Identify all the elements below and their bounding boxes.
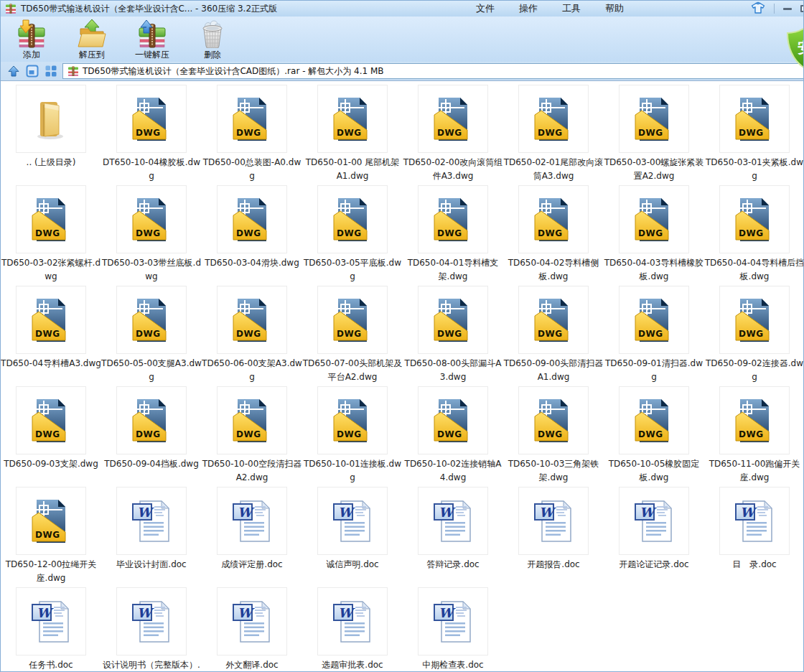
dwg-file-icon	[28, 197, 74, 243]
file-tile[interactable]: TD650-03-01夹紧板.dwg	[704, 85, 803, 185]
file-name-label: 诚信声明.doc	[302, 558, 403, 571]
file-tile[interactable]: 开题报告.doc	[503, 487, 604, 587]
minimize-button[interactable]	[783, 8, 792, 10]
menu-operation[interactable]: 操作	[519, 2, 538, 15]
delete-button[interactable]: 删除	[189, 19, 236, 61]
doc-file-icon	[128, 599, 174, 645]
file-tile[interactable]: TD650-03-04滑块.dwg	[202, 185, 302, 286]
file-name-label: TD650-10-00空段清扫器A2.dwg	[202, 457, 302, 485]
file-tile[interactable]: 成绩评定册.doc	[202, 487, 302, 587]
dwg-file-icon	[229, 297, 275, 343]
file-icon-box	[217, 386, 287, 454]
file-tile[interactable]: 毕业设计封面.doc	[101, 487, 202, 587]
menu-file[interactable]: 文件	[476, 2, 495, 15]
file-tile[interactable]: TD650-04-02导料槽侧板.dwg	[503, 185, 604, 286]
doc-file-icon	[128, 498, 174, 544]
file-tile[interactable]: 诚信声明.doc	[302, 487, 403, 587]
file-tile[interactable]: TD650-03-03带丝底板.dwg	[101, 185, 202, 286]
file-icon-box	[217, 85, 287, 153]
file-name-label: TD650-03-01夹紧板.dwg	[704, 156, 803, 183]
file-tile[interactable]: TD650-10-00空段清扫器A2.dwg	[202, 386, 302, 487]
menu-tools[interactable]: 工具	[562, 2, 581, 15]
file-tile[interactable]: 目 录.doc	[704, 487, 803, 587]
file-tile[interactable]: TD650-10-03三角架铁架.dwg	[503, 386, 604, 487]
file-name-label: 任务书.doc	[1, 658, 101, 672]
file-tile[interactable]: TD650-04-04导料槽后挡板.dwg	[704, 185, 803, 286]
extract-to-button-label: 解压到	[79, 49, 105, 61]
file-name-label: DT650-10-04橡胶板.dwg	[101, 156, 202, 183]
file-tile[interactable]: TD650-03-05平底板.dwg	[302, 185, 403, 286]
file-icon-box	[317, 286, 388, 354]
file-icon-box	[217, 185, 287, 253]
file-tile[interactable]: TD650-07-00头部机架及平台A2.dwg	[302, 286, 403, 386]
file-tile[interactable]: TD650-11-00跑偏开关座.dwg	[704, 386, 803, 487]
file-icon-box	[719, 85, 790, 153]
file-icon-box	[317, 185, 388, 253]
file-tile[interactable]: 开题论证记录.doc	[604, 487, 704, 587]
file-tile[interactable]: TD650-08-00头部漏斗A3.dwg	[403, 286, 503, 386]
file-name-label: 答辩记录.doc	[403, 558, 503, 571]
grid-view-button[interactable]	[44, 64, 58, 78]
file-tile[interactable]: TD650-12-00拉绳开关座.dwg	[1, 487, 101, 587]
doc-file-icon	[28, 599, 74, 645]
dwg-file-icon	[329, 96, 375, 142]
file-tile[interactable]: TD650-05-00支腿A3.dwg	[101, 286, 202, 386]
file-tile[interactable]: 外文翻译.doc	[202, 587, 302, 672]
file-tile[interactable]: TD650-10-05橡胶固定板.dwg	[604, 386, 704, 487]
skin-tshirt-icon[interactable]	[751, 1, 765, 16]
file-tile[interactable]: TD650-09-01清扫器.dwg	[604, 286, 704, 386]
file-icon-box	[518, 286, 589, 354]
file-tile[interactable]: TD650-10-02连接销轴A4.dwg	[403, 386, 503, 487]
file-tile[interactable]: TD650-09-04挡板.dwg	[101, 386, 202, 487]
file-tile[interactable]: TD650-09-03支架.dwg	[1, 386, 101, 487]
file-tile[interactable]: 答辩记录.doc	[403, 487, 503, 587]
file-tile[interactable]: TD650-02-01尾部改向滚筒A3.dwg	[503, 85, 604, 185]
file-icon-box	[16, 286, 86, 354]
file-name-label: TD650-00总装图-A0.dwg	[202, 156, 302, 183]
file-name-label: TD650-12-00拉绳开关座.dwg	[1, 558, 101, 585]
file-name-label: TD650-04-04导料槽后挡板.dwg	[704, 256, 803, 284]
dwg-file-icon	[229, 398, 275, 444]
file-tile[interactable]: DT650-10-04橡胶板.dwg	[101, 85, 202, 185]
up-directory-button[interactable]	[6, 64, 21, 78]
security-badge[interactable]: 安	[785, 27, 804, 71]
file-tile[interactable]: TD650-09-02连接器.dwg	[704, 286, 803, 386]
add-button[interactable]: 添加	[8, 19, 55, 61]
window-title: TD650带式输送机设计（全套毕业设计含C... - 360压缩 3.2正式版	[21, 3, 277, 15]
file-icon-box	[116, 587, 187, 655]
file-tile[interactable]: TD650-03-02张紧螺杆.dwg	[1, 185, 101, 286]
extract-to-button[interactable]: 解压到	[68, 19, 116, 61]
file-tile[interactable]: TD650-06-00支架A3.dwg	[202, 286, 302, 386]
file-tile[interactable]: TD650-00总装图-A0.dwg	[202, 85, 302, 185]
file-tile[interactable]: TD650-09-00头部清扫器A1.dwg	[503, 286, 604, 386]
file-tile[interactable]: TD650-02-00改向滚筒组件A3.dwg	[403, 85, 503, 185]
dwg-file-icon	[128, 96, 174, 142]
file-tile[interactable]: TD650-04导料槽A3.dwg	[1, 286, 101, 386]
file-tile[interactable]: TD650-03-00螺旋张紧装置A2.dwg	[604, 85, 704, 185]
file-tile[interactable]: TD650-04-01导料槽支架.dwg	[403, 185, 503, 286]
file-name-label: TD650-03-00螺旋张紧装置A2.dwg	[604, 156, 704, 183]
file-tile[interactable]: 选题审批表.doc	[302, 587, 403, 672]
file-icon-box	[16, 185, 86, 253]
delete-icon	[198, 19, 227, 48]
file-tile[interactable]: .. (上级目录)	[1, 85, 101, 185]
archive-path-input[interactable]: TD650带式输送机设计（全套毕业设计含CAD图纸）.rar - 解包大小为 4…	[62, 63, 803, 79]
file-tile[interactable]: 中期检查表.doc	[403, 587, 503, 672]
file-name-label: TD650-05-00支腿A3.dwg	[101, 357, 202, 384]
maximize-button[interactable]	[800, 5, 804, 12]
dwg-file-icon	[229, 96, 275, 142]
file-tile[interactable]: TD650-04-03导料槽橡胶板.dwg	[604, 185, 704, 286]
file-name-label: 中期检查表.doc	[403, 658, 503, 672]
toolbar: 添加 解压到 一键解压 删除	[1, 17, 803, 62]
file-tile[interactable]: 任务书.doc	[1, 587, 101, 672]
one-click-extract-icon	[138, 19, 167, 48]
file-icon-box	[518, 386, 589, 454]
one-click-extract-button[interactable]: 一键解压	[128, 19, 176, 61]
details-view-button[interactable]	[25, 64, 39, 78]
file-tile[interactable]: TD650-10-01连接板.dwg	[302, 386, 403, 487]
file-name-label: TD650-11-00跑偏开关座.dwg	[704, 457, 803, 485]
file-tile[interactable]: TD650-01-00 尾部机架 A1.dwg	[302, 85, 403, 185]
address-bar: TD650带式输送机设计（全套毕业设计含CAD图纸）.rar - 解包大小为 4…	[1, 62, 803, 81]
file-tile[interactable]: 设计说明书（完整版本）.doc	[101, 587, 202, 672]
menu-help[interactable]: 帮助	[605, 2, 624, 15]
